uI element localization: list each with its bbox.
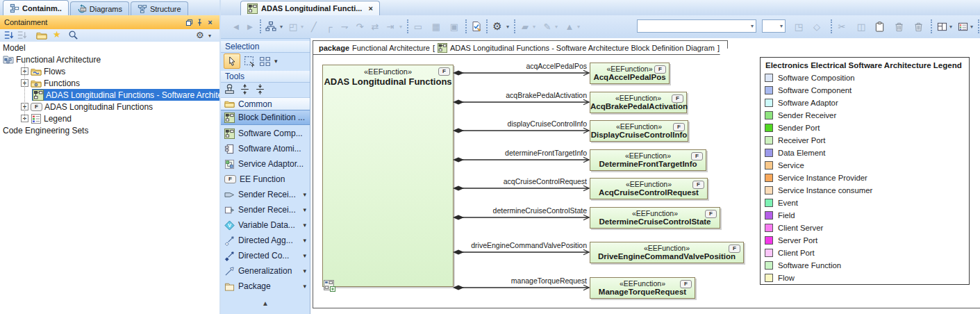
forward-button[interactable]: ►	[243, 19, 257, 33]
palette-item-dropdown[interactable]: ▾	[303, 252, 306, 259]
marquee-select-tool[interactable]	[244, 56, 256, 67]
multi-select-tool[interactable]	[259, 56, 271, 67]
palette-item-generalization[interactable]: Generalization ▾	[221, 263, 310, 279]
toolbar-handle[interactable]	[831, 19, 832, 33]
show-legend-button[interactable]	[956, 19, 970, 33]
palette-collapse-button[interactable]: ▲	[221, 299, 310, 307]
curved-path-button[interactable]: ↷	[353, 19, 367, 33]
tree-layout-dropdown[interactable]: ▾	[278, 19, 285, 33]
restore-panel-button[interactable]	[184, 17, 194, 27]
collapse-all-button[interactable]	[3, 30, 14, 40]
block-acq-accel-pedal-pos[interactable]: «EEFunction» F AcqAccelPedalPos	[590, 63, 670, 84]
palette-item-sender-receiver-port[interactable]: Sender Recei... ▾	[221, 202, 310, 217]
reroute-path-button[interactable]: ⇥	[383, 19, 397, 33]
fill-color-button[interactable]: ▰	[518, 19, 532, 33]
palette-common-section[interactable]: Common	[221, 97, 310, 110]
window-layout-button[interactable]	[935, 19, 949, 33]
close-tab-icon[interactable]: ×	[368, 4, 372, 13]
stamp-tool[interactable]	[224, 83, 235, 95]
swap-path-button[interactable]: ⇄	[368, 19, 382, 33]
oblique-path-button[interactable]: ╱	[307, 19, 321, 33]
toolbar-handle[interactable]	[978, 19, 979, 33]
vertical-collapse-tool[interactable]	[254, 83, 266, 95]
add-shape-dropdown[interactable]: ▾	[299, 19, 306, 33]
toolbar-handle[interactable]	[931, 19, 932, 33]
diagram-options-button[interactable]: ⚙	[490, 19, 504, 33]
diagram-legend[interactable]: Electronics Electrical Software Architec…	[760, 57, 970, 285]
block-determine-front-target-info[interactable]: «EEFunction» F DetermineFrontTargetInfo	[590, 149, 706, 171]
palette-item-directed-aggregation[interactable]: Directed Agg... ▾	[221, 233, 310, 248]
tree-item-functional-architecture[interactable]: Functional Architecture	[0, 53, 219, 65]
diagram-canvas[interactable]: package Functional Architecture [ ADAS L…	[310, 38, 980, 314]
block-acq-cruise-control-request[interactable]: «EEFunction» F AcqCruiseControlRequest	[590, 178, 708, 199]
block-determine-cruise-control-state[interactable]: «EEFunction» F DetermineCruiseControlSta…	[590, 207, 720, 229]
document-tab-adas[interactable]: ADAS Longitudinal Functi... ×	[240, 1, 380, 15]
toolbar-handle[interactable]	[465, 19, 467, 33]
vertical-expand-tool[interactable]	[239, 83, 251, 95]
close-panel-button[interactable]: ×	[205, 18, 215, 26]
tree-item-adas-diagram[interactable]: ADAS Longitudinal Functions - Software A…	[0, 89, 219, 101]
palette-item-variable-data[interactable]: Variable Data... ▾	[221, 217, 310, 233]
open-diagram-button[interactable]	[36, 30, 47, 41]
tree-item-functions[interactable]: + Functions	[0, 77, 219, 89]
palette-item-service-adaptor[interactable]: Service Adaptor...	[221, 156, 310, 172]
palette-item-directed-composition[interactable]: Directed Co... ▾	[221, 248, 310, 263]
palette-item-dropdown[interactable]: ▾	[303, 206, 306, 213]
font-name-combobox[interactable]: ▾	[637, 19, 756, 33]
palette-item-dropdown[interactable]: ▾	[303, 237, 306, 244]
line-color-dropdown[interactable]: ▾	[553, 19, 560, 33]
palette-item-block-definition[interactable]: Block Definition ...	[221, 110, 310, 125]
line-color-button[interactable]: ✎	[540, 19, 554, 33]
font-color-button[interactable]: ▲	[563, 19, 576, 33]
back-button[interactable]: ◄	[229, 19, 243, 33]
palette-item-software-atomic[interactable]: Software Atomi...	[221, 141, 310, 156]
path-dropdown[interactable]: ▾	[397, 19, 404, 33]
tree-layout-button[interactable]	[264, 19, 278, 33]
toolbar-handle[interactable]	[260, 19, 261, 33]
bring-forward-button[interactable]: ◳	[792, 19, 806, 33]
search-button[interactable]	[68, 30, 78, 40]
composition-connector[interactable]	[453, 126, 590, 135]
favorites-button[interactable]: ★	[53, 29, 61, 40]
delete-from-model-button[interactable]	[911, 19, 925, 33]
palette-item-ee-function[interactable]: F EE Function	[221, 172, 310, 187]
copy-button[interactable]: ◫	[854, 19, 868, 33]
block-adas-longitudinal-functions[interactable]: «EEFunction» F ADAS Longitudinal Functio…	[322, 65, 454, 287]
collapse-selected-button[interactable]	[17, 30, 27, 40]
palette-item-sender-receiver[interactable]: Sender Recei... ▾	[221, 187, 310, 202]
pin-panel-button[interactable]	[194, 17, 205, 27]
tab-structure[interactable]: Structure	[131, 1, 188, 15]
tree-item-adas-function[interactable]: + F ADAS Longitudinal Functions	[0, 101, 219, 113]
block-drive-engine-command-valve-position[interactable]: «EEFunction» F DriveEngineCommandValvePo…	[590, 242, 744, 263]
tree-item-model[interactable]: Model	[0, 42, 219, 53]
block-manage-torque-request[interactable]: «EEFunction» F ManageTorqueRequest	[590, 277, 695, 299]
toolbar-handle[interactable]	[407, 19, 408, 33]
tree-item-code-engineering-sets[interactable]: Code Engineering Sets	[0, 124, 219, 136]
delete-button[interactable]	[892, 19, 906, 33]
rectilinear-path-button[interactable]: ┌	[322, 19, 336, 33]
tab-containment[interactable]: Containm..	[3, 0, 69, 15]
select-tool-button[interactable]	[224, 53, 240, 69]
font-size-combobox[interactable]: ▾	[762, 19, 786, 33]
toolbar-handle[interactable]	[486, 19, 488, 33]
owned-diagram-icon[interactable]	[324, 280, 335, 292]
palette-item-dropdown[interactable]: ▾	[303, 222, 306, 229]
tree-item-flows[interactable]: + Flows	[0, 65, 219, 77]
window-layout-dropdown[interactable]: ▾	[947, 19, 954, 33]
composition-connector[interactable]	[453, 213, 590, 222]
composition-connector[interactable]	[453, 98, 590, 106]
grid-button[interactable]: ▦	[429, 19, 443, 33]
palette-item-dropdown[interactable]: ▾	[303, 283, 306, 290]
composition-connector[interactable]	[453, 184, 590, 192]
palette-item-package[interactable]: Package ▾	[221, 279, 310, 294]
composition-connector[interactable]	[453, 156, 590, 164]
composition-connector[interactable]	[453, 248, 590, 256]
block-acq-brake-pedal-activation[interactable]: «EEFunction» F AcqBrakePedalActivation	[590, 92, 687, 113]
direct-path-button[interactable]: ⇁	[338, 19, 351, 33]
fill-color-dropdown[interactable]: ▾	[531, 19, 538, 33]
selected-tree-item[interactable]: ADAS Longitudinal Functions - Software A…	[32, 89, 219, 101]
show-legend-dropdown[interactable]: ▾	[968, 19, 975, 33]
resize-button[interactable]: ▭	[411, 19, 425, 33]
palette-item-software-composition[interactable]: Software Comp...	[221, 126, 310, 141]
add-shape-button[interactable]: ◰	[286, 19, 300, 33]
